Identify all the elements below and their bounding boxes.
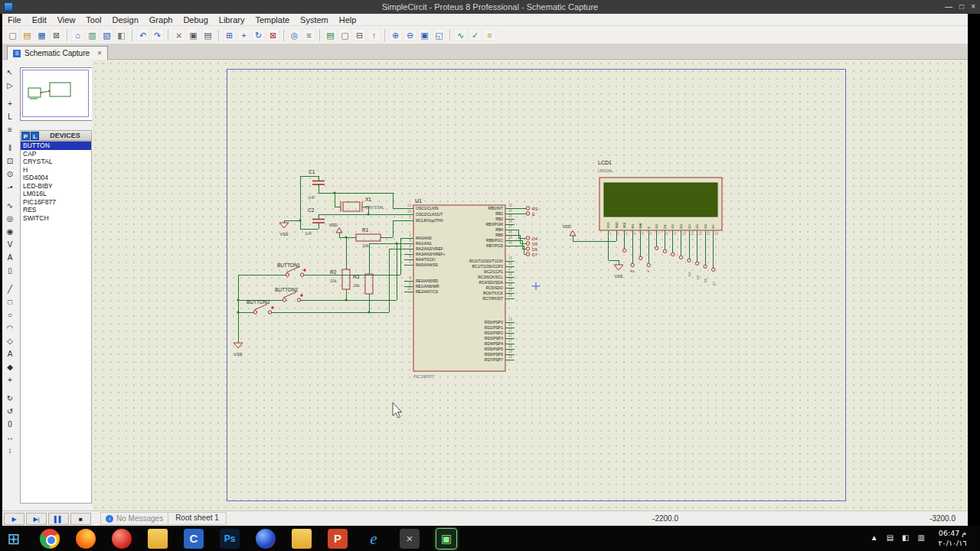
device-h[interactable]: H — [21, 166, 91, 174]
firefox-icon[interactable] — [76, 529, 96, 549]
buses-mode-icon[interactable]: ‖ — [4, 143, 16, 154]
capacitor-c2[interactable]: C2 1nF — [305, 207, 325, 236]
opera-orb-icon[interactable] — [256, 529, 276, 549]
home-page-icon[interactable]: ⌂ — [71, 28, 84, 41]
new-sheet-icon[interactable]: ▢ — [338, 28, 351, 41]
menu-graph[interactable]: Graph — [144, 15, 178, 24]
2d-marker-mode-icon[interactable]: + — [4, 375, 16, 386]
save-project-icon[interactable]: ▦ — [35, 28, 48, 41]
chrome-icon[interactable] — [40, 529, 60, 549]
overview-panel[interactable] — [20, 67, 93, 121]
graph-mode-icon[interactable]: ∿ — [4, 201, 16, 211]
capacitor-c1[interactable]: C1 1nF — [308, 169, 325, 200]
ground-terminal-buttons[interactable]: VSS — [234, 343, 243, 357]
tray-icon-0[interactable]: ▲ — [871, 532, 878, 544]
text-script-mode-icon[interactable]: ≡ — [4, 125, 16, 135]
pcb-layout-view-icon[interactable]: ▧ — [100, 28, 113, 41]
tab-close-icon[interactable]: × — [97, 49, 102, 57]
photoshop-icon[interactable]: Ps — [220, 529, 240, 549]
rotate-anticlockwise-icon[interactable]: ↺ — [4, 406, 16, 417]
menu-template[interactable]: Template — [250, 15, 295, 24]
copy-icon[interactable]: ▣ — [187, 28, 200, 41]
2d-arc-mode-icon[interactable]: ◠ — [4, 323, 16, 334]
device-crystal[interactable]: CRYSTAL — [21, 158, 91, 166]
mirror-vertical-icon[interactable]: ↕ — [4, 445, 16, 456]
dev-cpp-icon[interactable]: C — [184, 529, 204, 549]
new-project-icon[interactable]: ▢ — [6, 28, 19, 41]
start-button-icon[interactable]: ⊞ — [4, 529, 24, 549]
wire-label-mode-icon[interactable]: L — [4, 112, 16, 122]
2d-path-mode-icon[interactable]: ◇ — [4, 336, 16, 347]
remove-sheet-icon[interactable]: ⊟ — [353, 28, 366, 41]
crystal-x1[interactable]: X1 CRYSTAL — [341, 197, 384, 212]
power-terminal-r1[interactable]: VDD — [328, 223, 342, 233]
junction-dot-mode-icon[interactable]: + — [4, 99, 16, 109]
taskbar-clock[interactable]: 06:47 م ٢٠/١٠/١٦ — [929, 528, 975, 548]
tray-icon-3[interactable]: ▥ — [918, 532, 925, 544]
menu-help[interactable]: Help — [334, 15, 362, 24]
block-rotate-icon[interactable]: ↻ — [252, 28, 265, 41]
u1-port-terminals[interactable]: RS E D4 D5 D6 D7 — [514, 207, 538, 257]
voltage-probe-mode-icon[interactable]: V — [4, 240, 16, 250]
2d-symbol-mode-icon[interactable]: ◆ — [4, 362, 16, 373]
component-mode-icon[interactable]: ▷ — [4, 80, 16, 91]
button3[interactable]: BUTTON3 — [247, 299, 274, 314]
ground-terminal-crystal[interactable]: VSS — [279, 223, 289, 236]
menu-tool[interactable]: Tool — [80, 15, 106, 24]
3d-visualizer-icon[interactable]: ◧ — [115, 28, 128, 41]
stop-button[interactable]: ■ — [70, 513, 91, 525]
device-pic16f877[interactable]: PIC16F877 — [21, 198, 91, 207]
tray-icon-1[interactable]: ▤ — [887, 532, 893, 544]
tray-icon-2[interactable]: ◧ — [902, 532, 909, 544]
paste-icon[interactable]: ▤ — [201, 28, 214, 41]
menu-design[interactable]: Design — [107, 15, 144, 24]
button2[interactable]: BUTTON2 — [275, 287, 303, 302]
block-copy-icon[interactable]: ⊞ — [223, 28, 236, 41]
close-project-icon[interactable]: ⊠ — [50, 28, 63, 41]
lcd1-lm016l[interactable]: LCD1 LM016L — [598, 160, 722, 230]
menu-file[interactable]: File — [2, 15, 27, 24]
cut-icon[interactable]: ⨯ — [172, 28, 185, 41]
generator-mode-icon[interactable]: ◉ — [4, 227, 16, 237]
terminals-mode-icon[interactable]: ⊙ — [4, 169, 16, 180]
resistor-r2[interactable]: R2 10k — [330, 269, 350, 289]
selection-mode-icon[interactable]: ↖ — [4, 67, 16, 78]
zoom-area-icon[interactable]: ◱ — [433, 28, 446, 41]
menu-system[interactable]: System — [295, 15, 334, 24]
device-switch[interactable]: SWITCH — [21, 214, 91, 223]
exit-to-parent-icon[interactable]: ↑ — [368, 28, 381, 41]
open-project-icon[interactable]: ▤ — [21, 28, 34, 41]
current-probe-mode-icon[interactable]: A — [4, 253, 16, 263]
schematic-capture-view-icon[interactable]: ▥ — [86, 28, 99, 41]
maximize-button[interactable]: □ — [959, 0, 964, 14]
button1[interactable]: BUTTON1 — [277, 262, 306, 276]
mirror-horizontal-icon[interactable]: ↔ — [4, 432, 16, 443]
subcircuit-mode-icon[interactable]: ⊡ — [4, 156, 16, 167]
tape-recorder-mode-icon[interactable]: ◎ — [4, 214, 16, 224]
bill-of-materials-icon[interactable]: ≡ — [483, 28, 496, 41]
minimize-button[interactable]: — — [945, 0, 952, 14]
block-move-icon[interactable]: + — [237, 28, 250, 41]
menu-view[interactable]: View — [52, 15, 81, 24]
2d-line-mode-icon[interactable]: ╱ — [4, 284, 16, 295]
zoom-in-icon[interactable]: ⊕ — [389, 28, 402, 41]
resistor-r1[interactable]: R1 10k — [356, 227, 381, 248]
internet-explorer-icon[interactable]: e — [364, 529, 384, 549]
zoom-out-icon[interactable]: ⊖ — [403, 28, 416, 41]
emuasm-window-icon[interactable]: ▣ — [436, 528, 457, 549]
close-button[interactable]: × — [971, 0, 975, 14]
design-explorer-icon[interactable]: ▤ — [324, 28, 337, 41]
close-app-icon[interactable]: × — [400, 529, 420, 549]
zoom-extents-icon[interactable]: ▣ — [418, 28, 431, 41]
pick-devices-button[interactable]: P — [21, 132, 30, 140]
device-cap[interactable]: CAP — [21, 150, 91, 158]
file-explorer-icon[interactable] — [148, 529, 168, 549]
step-button[interactable]: ▶| — [26, 513, 47, 525]
block-delete-icon[interactable]: ⊠ — [266, 28, 279, 41]
electrical-check-icon[interactable]: ✓ — [469, 28, 482, 41]
2d-circle-mode-icon[interactable]: ○ — [4, 310, 16, 321]
device-pins-mode-icon[interactable]: -• — [4, 182, 16, 193]
wire-autorouter-icon[interactable]: ∿ — [454, 28, 467, 41]
2d-box-mode-icon[interactable]: □ — [4, 297, 16, 308]
menu-edit[interactable]: Edit — [27, 15, 52, 24]
